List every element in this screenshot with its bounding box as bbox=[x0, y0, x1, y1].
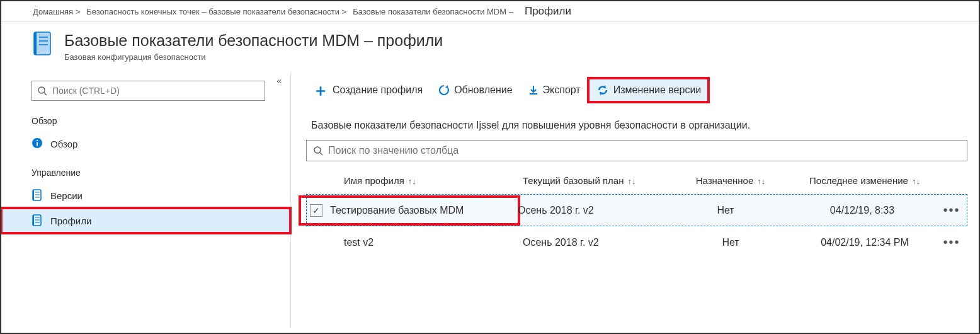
document-icon bbox=[31, 31, 54, 57]
search-icon bbox=[313, 146, 323, 156]
row-modified: 04/02/19, 12:34 PM bbox=[794, 237, 936, 248]
sidebar-item-label: Профили bbox=[50, 216, 91, 226]
sidebar-item-profiles[interactable]: Профили bbox=[1, 208, 290, 233]
table-header: Имя профиля↑↓ Текущий базовый план↑↓ Наз… bbox=[306, 168, 967, 194]
main-content: ＋ Создание профиля Обновление Экспорт И bbox=[291, 72, 979, 328]
search-icon bbox=[37, 86, 47, 96]
row-modified: 04/12/19, 8:33 bbox=[789, 205, 936, 216]
toolbar-label: Создание профиля bbox=[333, 84, 423, 96]
row-assigned: Нет bbox=[668, 237, 794, 248]
row-checkbox[interactable]: ✓ bbox=[310, 204, 322, 217]
export-button[interactable]: Экспорт bbox=[521, 81, 587, 100]
table-row[interactable]: ✓ Тестирование базовых MDM Осень 2018 г.… bbox=[306, 194, 967, 226]
sidebar-item-label: Обзор bbox=[50, 139, 77, 149]
col-name[interactable]: Имя профиля↑↓ bbox=[340, 175, 523, 186]
breadcrumb-mdm[interactable]: Базовые показатели безопасности MDM – bbox=[353, 7, 513, 16]
sort-icon[interactable]: ↑↓ bbox=[912, 176, 920, 186]
sort-icon[interactable]: ↑↓ bbox=[408, 176, 416, 186]
download-icon bbox=[528, 84, 539, 96]
section-manage-label: Управление bbox=[1, 156, 290, 183]
row-baseline: Осень 2018 г. v2 bbox=[523, 237, 668, 248]
row-menu-button[interactable]: ••• bbox=[936, 203, 967, 217]
section-overview-label: Обзор bbox=[1, 105, 290, 131]
refresh-button[interactable]: Обновление bbox=[431, 80, 518, 100]
col-modified[interactable]: Последнее изменение↑↓ bbox=[794, 175, 936, 186]
page-title: Базовые показатели безопасности MDM – пр… bbox=[64, 31, 443, 50]
svg-line-19 bbox=[320, 153, 322, 155]
table-row[interactable]: test v2 Осень 2018 г. v2 Нет 04/02/19, 1… bbox=[306, 226, 967, 258]
row-name: test v2 bbox=[340, 237, 523, 248]
description-text: Базовые показатели безопасности Ijssel д… bbox=[306, 107, 967, 140]
row-name: Тестирование базовых MDM bbox=[330, 205, 464, 216]
create-profile-button[interactable]: ＋ Создание профиля bbox=[306, 81, 429, 100]
breadcrumb-current: Профили bbox=[520, 5, 571, 18]
sidebar-search[interactable] bbox=[31, 81, 265, 101]
col-assigned[interactable]: Назначенное↑↓ bbox=[668, 175, 794, 186]
change-version-button[interactable]: Изменение версии bbox=[590, 79, 708, 101]
sync-icon bbox=[596, 83, 610, 97]
sidebar-item-overview[interactable]: Обзор bbox=[1, 131, 290, 156]
sidebar: « Обзор Обзор Управление Версии bbox=[1, 72, 291, 328]
breadcrumb: Домашняя > Безопасность конечных точек –… bbox=[1, 1, 979, 22]
document-icon bbox=[31, 189, 43, 202]
page-subtitle: Базовая конфигурация безопасности bbox=[64, 52, 443, 62]
column-search-input[interactable] bbox=[328, 145, 960, 156]
column-search[interactable] bbox=[306, 140, 967, 161]
sort-icon[interactable]: ↑↓ bbox=[627, 176, 635, 186]
sidebar-item-label: Версии bbox=[50, 190, 83, 201]
plus-icon: ＋ bbox=[312, 84, 329, 96]
row-baseline: Осень 2018 г. v2 bbox=[518, 205, 663, 216]
toolbar: ＋ Создание профиля Обновление Экспорт И bbox=[306, 76, 967, 107]
info-icon bbox=[31, 137, 43, 150]
svg-rect-7 bbox=[37, 142, 38, 146]
col-baseline[interactable]: Текущий базовый план↑↓ bbox=[523, 175, 668, 186]
row-menu-button[interactable]: ••• bbox=[936, 235, 967, 250]
toolbar-label: Обновление bbox=[454, 84, 512, 96]
svg-point-18 bbox=[314, 147, 321, 153]
sort-icon[interactable]: ↑↓ bbox=[757, 176, 765, 186]
breadcrumb-home[interactable]: Домашняя > bbox=[33, 7, 80, 16]
toolbar-label: Экспорт bbox=[543, 84, 581, 96]
toolbar-label: Изменение версии bbox=[613, 84, 702, 96]
refresh-icon bbox=[438, 84, 450, 96]
document-icon bbox=[31, 214, 43, 227]
svg-point-8 bbox=[37, 140, 38, 141]
collapse-icon[interactable]: « bbox=[276, 76, 282, 86]
row-assigned: Нет bbox=[663, 205, 789, 216]
profiles-table: Имя профиля↑↓ Текущий базовый план↑↓ Наз… bbox=[306, 168, 967, 258]
svg-line-5 bbox=[44, 93, 47, 95]
svg-point-4 bbox=[38, 87, 45, 93]
sidebar-search-input[interactable] bbox=[52, 86, 259, 96]
page-header: Базовые показатели безопасности MDM – пр… bbox=[1, 22, 979, 72]
breadcrumb-endpoint[interactable]: Безопасность конечных точек – базовые по… bbox=[86, 7, 346, 16]
sidebar-item-versions[interactable]: Версии bbox=[1, 183, 290, 208]
